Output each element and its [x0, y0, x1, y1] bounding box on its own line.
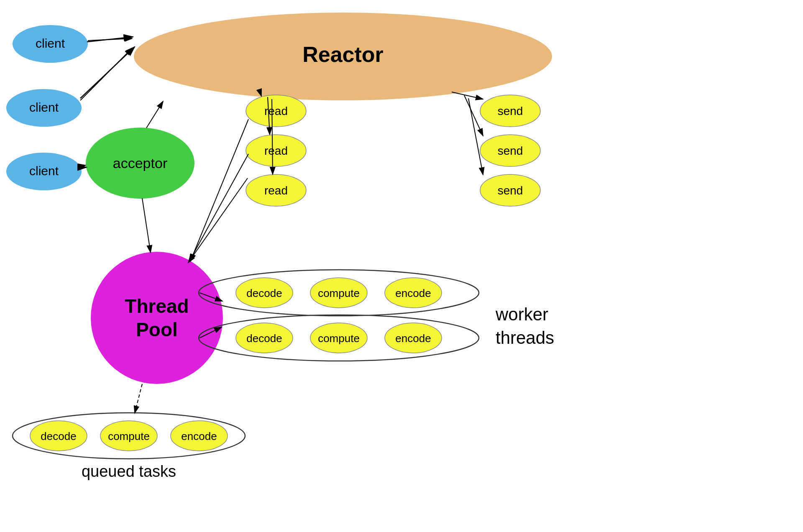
arrow-client3-acceptor	[81, 165, 86, 166]
arrow-acceptor-reactor	[146, 101, 163, 128]
send1-label: send	[498, 105, 523, 118]
send3-label: send	[498, 184, 523, 197]
arrow-reactor-send1	[452, 92, 483, 99]
encode1-label: encode	[395, 287, 431, 299]
client2-label: client	[29, 100, 59, 114]
qencode-label: encode	[181, 430, 217, 442]
threadpool-label1: Thread	[125, 295, 189, 317]
acceptor-label: acceptor	[113, 155, 167, 171]
arrow-reactor-send2	[464, 95, 483, 136]
client3-label: client	[29, 164, 59, 178]
threadpool-label2: Pool	[136, 319, 178, 340]
read2-label: read	[264, 144, 288, 157]
arrow-acceptor-threadpool	[142, 198, 151, 253]
compute2-label: compute	[318, 332, 360, 345]
arrow-c1r	[87, 37, 133, 42]
encode2-label: encode	[395, 332, 431, 345]
arrow-threadpool-queued	[135, 384, 142, 413]
send2-label: send	[498, 144, 523, 157]
worker-threads-label: worker	[495, 304, 548, 324]
threadpool-node	[91, 252, 223, 384]
arrow-read3-threadpool	[188, 178, 248, 263]
qcompute-label: compute	[108, 430, 150, 442]
read3-label: read	[264, 184, 288, 197]
arrow-read1-threadpool	[190, 119, 248, 261]
arrow-read2-threadpool	[189, 154, 248, 262]
worker-threads-label2: threads	[496, 328, 554, 348]
compute1-label: compute	[318, 287, 360, 299]
arrow-c2r	[80, 47, 135, 98]
qdecode-label: decode	[41, 430, 76, 442]
reactor-label: Reactor	[302, 42, 384, 66]
client1-label: client	[36, 36, 65, 50]
decode1-label: decode	[246, 287, 282, 299]
decode2-label: decode	[246, 332, 282, 345]
queued-tasks-label: queued tasks	[82, 463, 176, 480]
